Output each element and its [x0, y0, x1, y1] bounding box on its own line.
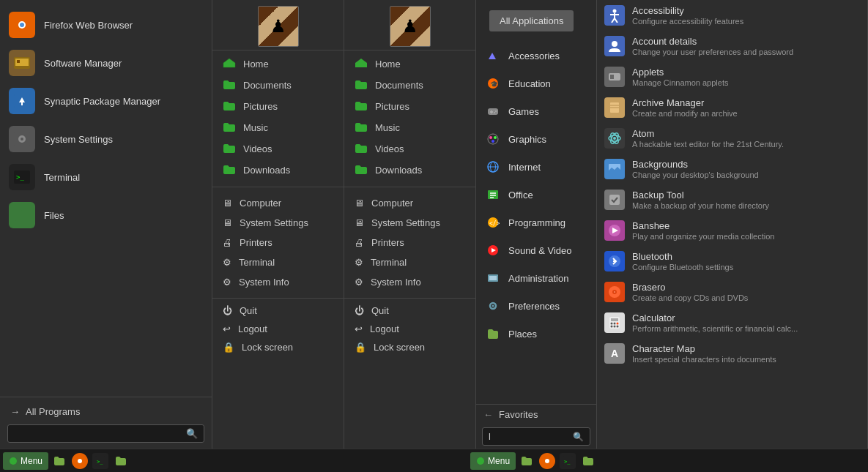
bluetooth-desc: Configure Bluetooth settings	[632, 263, 733, 271]
app-list-item-atom[interactable]: Atom A hackable text editor for the 21st…	[597, 123, 867, 154]
taskbar-firefox-btn-right[interactable]	[538, 452, 557, 470]
file-item-downloads-1[interactable]: Downloads	[212, 160, 344, 181]
file-item-documents-1[interactable]: Documents	[212, 75, 344, 96]
file-item-pictures-1[interactable]: Pictures	[212, 96, 344, 117]
taskbar-files-btn-right[interactable]	[517, 452, 536, 470]
file-item-music-1[interactable]: Music	[212, 117, 344, 138]
preferences-label: Preferences	[508, 301, 560, 312]
file-item-music-2[interactable]: Music	[344, 117, 475, 138]
app-item-firefox[interactable]: Firefox Web Browser	[0, 6, 212, 44]
app-list-item-archive[interactable]: Archive Manager Create and modify an arc…	[597, 92, 867, 123]
file-item-home-2[interactable]: Home	[344, 53, 475, 75]
brasero-text: Brasero Create and copy CDs and DVDs	[632, 282, 748, 302]
app-item-files[interactable]: Files	[0, 196, 212, 234]
system-section-1: 🖥 Computer 🖥 System Settings 🖨 Printers …	[212, 190, 344, 295]
taskbar-terminal-btn-right[interactable]: >_	[558, 452, 577, 470]
sysset-icon-2: 🖥	[355, 217, 364, 228]
category-item-graphics[interactable]: Graphics	[476, 125, 596, 153]
file-item-sysinfo-1[interactable]: ⚙ System Info	[212, 272, 344, 292]
file-item-videos-2[interactable]: Videos	[344, 138, 475, 160]
category-item-accessories[interactable]: Accessories	[476, 42, 596, 70]
taskbar-files2-btn-left[interactable]	[111, 452, 130, 470]
left-menu-button[interactable]: Menu	[3, 452, 48, 470]
videos-folder-icon-2	[355, 143, 368, 155]
file-item-terminal-1[interactable]: ⚙ Terminal	[212, 252, 344, 272]
app-list-item-banshee[interactable]: Banshee Play and organize your media col…	[597, 215, 867, 246]
svg-rect-19	[490, 111, 493, 113]
category-item-programming[interactable]: </> Programming	[476, 209, 596, 236]
categories-search-box[interactable]: 🔍	[482, 427, 590, 446]
app-list-item-backgrounds[interactable]: Backgrounds Change your desktop's backgr…	[597, 154, 867, 184]
app-list-item-backup[interactable]: Backup Tool Make a backup of your home d…	[597, 184, 867, 215]
all-applications-button[interactable]: All Applications	[489, 10, 574, 31]
taskbar-terminal-icon-left: >_	[92, 453, 108, 469]
terminal-label-1: Terminal	[239, 257, 275, 268]
lockscreen-item-1[interactable]: 🔒 Lock screen	[212, 338, 344, 356]
accessibility-app-icon	[604, 5, 625, 26]
category-item-education[interactable]: 🎓 Education	[476, 70, 596, 97]
places-section-1: Home Documents Pictures	[212, 50, 344, 184]
file-item-sysset-1[interactable]: 🖥 System Settings	[212, 213, 344, 233]
music-label-1: Music	[243, 122, 268, 133]
downloads-folder-icon-1	[223, 164, 236, 176]
file-item-printers-2[interactable]: 🖨 Printers	[344, 233, 475, 252]
left-search-input[interactable]	[14, 428, 186, 439]
app-list-item-applets[interactable]: Applets Manage Cinnamon applets	[597, 61, 867, 92]
brasero-app-icon	[604, 282, 625, 302]
category-item-games[interactable]: Games	[476, 97, 596, 125]
app-list-item-calculator[interactable]: Calculator Perform arithmetic, scientifi…	[597, 307, 867, 338]
app-item-settings[interactable]: System Settings	[0, 120, 212, 158]
category-item-preferences[interactable]: Preferences	[476, 292, 596, 320]
left-search-box[interactable]: 🔍	[7, 424, 204, 443]
app-list-item-bluetooth[interactable]: Bluetooth Configure Bluetooth settings	[597, 246, 867, 277]
file-item-videos-1[interactable]: Videos	[212, 138, 344, 160]
taskbar-files2-btn-right[interactable]	[579, 452, 598, 470]
file-item-sysinfo-2[interactable]: ⚙ System Info	[344, 272, 475, 292]
file-item-documents-2[interactable]: Documents	[344, 75, 475, 96]
app-item-terminal[interactable]: >_ Terminal	[0, 158, 212, 196]
file-item-computer-2[interactable]: 🖥 Computer	[344, 193, 475, 213]
programming-icon: </>	[485, 214, 501, 231]
category-item-places[interactable]: Places	[476, 320, 596, 348]
quit-item-2[interactable]: ⏻ Quit	[344, 301, 475, 320]
file-item-terminal-2[interactable]: ⚙ Terminal	[344, 252, 475, 272]
backgrounds-title: Backgrounds	[632, 159, 759, 170]
category-item-internet[interactable]: Internet	[476, 153, 596, 181]
svg-rect-57	[609, 195, 620, 205]
account-desc: Change your user preferences and passwor…	[632, 48, 793, 56]
app-item-software[interactable]: Software Manager	[0, 44, 212, 82]
svg-rect-5	[17, 60, 20, 63]
logout-item-2[interactable]: ↩ Logout	[344, 320, 475, 338]
taskbar-files-btn-left[interactable]	[50, 452, 69, 470]
categories-search-icon: 🔍	[573, 432, 584, 442]
category-item-administration[interactable]: Administration	[476, 264, 596, 292]
file-item-sysset-2[interactable]: 🖥 System Settings	[344, 213, 475, 233]
category-item-office[interactable]: Office	[476, 181, 596, 209]
taskbar-firefox-btn-left[interactable]	[70, 452, 89, 470]
app-list-item-charmap[interactable]: A Character Map Insert special character…	[597, 338, 867, 369]
taskbar-terminal-btn-left[interactable]: >_	[91, 452, 110, 470]
app-list-item-brasero[interactable]: Brasero Create and copy CDs and DVDs	[597, 277, 867, 307]
sysinfo-icon-2: ⚙	[355, 277, 363, 288]
category-item-sound-video[interactable]: Sound & Video	[476, 236, 596, 264]
file-item-printers-1[interactable]: 🖨 Printers	[212, 233, 344, 252]
education-label: Education	[508, 78, 551, 89]
app-list-item-accessibility[interactable]: Accessibility Configure accessibility fe…	[597, 0, 867, 31]
file-item-computer-1[interactable]: 🖥 Computer	[212, 193, 344, 213]
app-list-item-account[interactable]: Account details Change your user prefere…	[597, 31, 867, 61]
file-item-downloads-2[interactable]: Downloads	[344, 160, 475, 181]
all-programs-button[interactable]: → All Programs	[7, 403, 204, 420]
file-item-pictures-2[interactable]: Pictures	[344, 96, 475, 117]
app-item-synaptic[interactable]: Synaptic Package Manager	[0, 82, 212, 120]
calculator-desc: Perform arithmetic, scientific or financ…	[632, 324, 798, 333]
file-item-home-1[interactable]: Home	[212, 53, 344, 75]
lockscreen-item-2[interactable]: 🔒 Lock screen	[344, 338, 475, 356]
account-text: Account details Change your user prefere…	[632, 36, 793, 56]
logout-item-1[interactable]: ↩ Logout	[212, 320, 344, 338]
quit-item-1[interactable]: ⏻ Quit	[212, 301, 344, 320]
logout-icon-2: ↩	[355, 323, 363, 334]
taskbar-folder2-icon-right	[582, 456, 594, 465]
right-menu-button[interactable]: Menu	[470, 452, 516, 470]
categories-search-input[interactable]	[489, 431, 573, 442]
lock-icon-1: 🔒	[223, 342, 234, 353]
